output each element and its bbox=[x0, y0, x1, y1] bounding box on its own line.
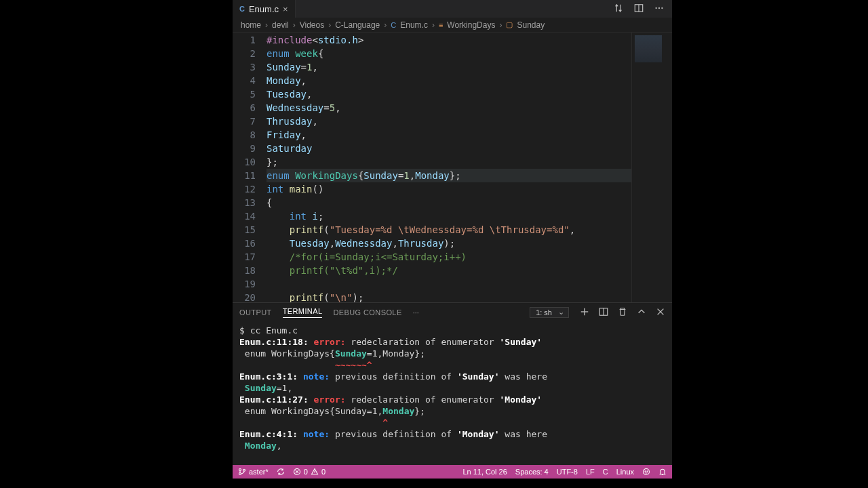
status-encoding[interactable]: UTF-8 bbox=[557, 468, 578, 476]
enum-member-icon: ▢ bbox=[506, 20, 513, 29]
kill-terminal-icon[interactable] bbox=[618, 307, 627, 318]
svg-point-4 bbox=[661, 7, 663, 8]
status-problems[interactable]: 0 0 bbox=[293, 468, 326, 476]
crumb[interactable]: devil bbox=[272, 20, 289, 30]
compare-changes-icon[interactable] bbox=[614, 3, 623, 15]
crumb[interactable]: Sunday bbox=[517, 20, 545, 30]
status-cursor-pos[interactable]: Ln 11, Col 26 bbox=[462, 468, 507, 476]
svg-point-20 bbox=[647, 471, 648, 472]
maximize-panel-icon[interactable] bbox=[637, 307, 646, 318]
panel-tab-bar: OUTPUT TERMINAL DEBUG CONSOLE ··· 1: sh bbox=[233, 303, 672, 322]
svg-point-11 bbox=[239, 469, 241, 471]
status-bar: aster* 0 0 Ln 11, Col 26 Spaces: 4 UTF-8… bbox=[233, 465, 672, 479]
status-feedback-icon[interactable] bbox=[642, 468, 650, 476]
svg-point-19 bbox=[645, 471, 646, 472]
status-sync-icon[interactable] bbox=[277, 468, 285, 476]
crumb[interactable]: Videos bbox=[300, 20, 324, 30]
panel-tab-output[interactable]: OUTPUT bbox=[239, 308, 272, 317]
crumb[interactable]: home bbox=[241, 20, 261, 30]
breadcrumb[interactable]: home› devil› Videos› C-Language› C Enum.… bbox=[233, 18, 672, 33]
panel-tab-terminal[interactable]: TERMINAL bbox=[283, 307, 323, 318]
split-editor-icon[interactable] bbox=[634, 3, 644, 15]
crumb[interactable]: WorkingDays bbox=[447, 20, 495, 30]
enum-symbol-icon: ≡ bbox=[439, 21, 443, 29]
status-bell-icon[interactable] bbox=[658, 468, 667, 476]
panel-overflow-icon[interactable]: ··· bbox=[413, 308, 419, 317]
tab-bar: C Enum.c × bbox=[233, 0, 672, 18]
close-tab-icon[interactable]: × bbox=[283, 4, 288, 14]
status-indent[interactable]: Spaces: 4 bbox=[515, 468, 549, 476]
terminal-shell-select[interactable]: 1: sh bbox=[530, 307, 569, 318]
tab-label: Enum.c bbox=[249, 4, 279, 14]
svg-point-2 bbox=[655, 7, 656, 8]
svg-point-12 bbox=[239, 473, 241, 475]
svg-point-18 bbox=[644, 469, 650, 475]
new-terminal-icon[interactable] bbox=[580, 307, 589, 318]
c-file-icon: C bbox=[239, 5, 245, 13]
svg-point-13 bbox=[243, 469, 245, 471]
close-panel-icon[interactable] bbox=[656, 307, 665, 318]
crumb[interactable]: C-Language bbox=[335, 20, 380, 30]
editor-title-actions bbox=[614, 3, 672, 15]
code-editor[interactable]: 1234567891011121314151617181920 #include… bbox=[233, 33, 672, 302]
errors-count: 0 bbox=[304, 468, 308, 476]
crumb[interactable]: Enum.c bbox=[400, 20, 428, 30]
bottom-panel: OUTPUT TERMINAL DEBUG CONSOLE ··· 1: sh … bbox=[233, 302, 672, 479]
minimap[interactable] bbox=[631, 33, 672, 302]
svg-point-3 bbox=[658, 7, 660, 8]
minimap-content bbox=[635, 35, 662, 62]
editor-window: C Enum.c × home› devil› Videos› C-Langua… bbox=[233, 0, 672, 479]
status-language[interactable]: C bbox=[603, 468, 608, 476]
editor-tab-enum[interactable]: C Enum.c × bbox=[233, 0, 296, 18]
status-os[interactable]: Linux bbox=[616, 468, 634, 476]
more-actions-icon[interactable] bbox=[654, 3, 664, 15]
branch-name: aster* bbox=[249, 468, 269, 476]
terminal-output[interactable]: $ cc Enum.cEnum.c:11:18: error: redeclar… bbox=[233, 322, 672, 479]
c-file-icon: C bbox=[391, 21, 396, 29]
status-branch[interactable]: aster* bbox=[238, 468, 269, 476]
status-eol[interactable]: LF bbox=[586, 468, 595, 476]
panel-tab-debug[interactable]: DEBUG CONSOLE bbox=[333, 308, 401, 317]
split-terminal-icon[interactable] bbox=[599, 307, 608, 318]
code-area[interactable]: #include<stdio.h>enum week{Sunday=1,Mond… bbox=[267, 33, 631, 302]
line-number-gutter: 1234567891011121314151617181920 bbox=[233, 33, 267, 302]
warnings-count: 0 bbox=[321, 468, 326, 476]
